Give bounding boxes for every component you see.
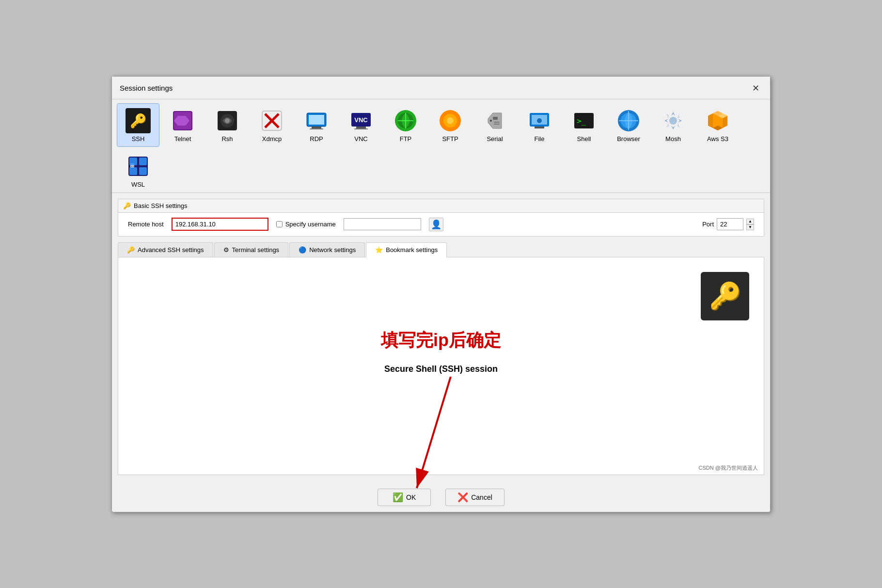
svg-rect-33 (535, 127, 544, 128)
wsl-tab-label: WSL (131, 181, 145, 188)
file-icon (527, 108, 552, 133)
svg-marker-44 (708, 113, 713, 128)
protocol-tab-rsh[interactable]: Rsh (206, 103, 249, 147)
svg-text:VNC: VNC (354, 116, 368, 124)
svg-rect-50 (139, 158, 147, 165)
svg-rect-17 (356, 127, 366, 128)
specify-username-checkbox[interactable] (276, 221, 283, 227)
user-icon-button[interactable]: 👤 (429, 218, 443, 231)
ok-icon: ✅ (393, 492, 403, 503)
sub-tabs-bar: 🔑 Advanced SSH settings ⚙ Terminal setti… (118, 242, 764, 257)
svg-text:>_: >_ (577, 116, 586, 126)
protocol-tab-vnc[interactable]: VNC VNC (340, 103, 382, 147)
session-description: Secure Shell (SSH) session (384, 364, 498, 374)
xdmcp-icon (259, 108, 284, 133)
mosh-icon (661, 108, 686, 133)
advanced-ssh-label: Advanced SSH settings (138, 246, 204, 254)
protocol-tab-ssh[interactable]: 🔑 SSH (117, 103, 159, 147)
mosh-tab-label: Mosh (665, 135, 681, 143)
remote-host-label: Remote host (128, 221, 164, 228)
tab-advanced-ssh[interactable]: 🔑 Advanced SSH settings (118, 242, 213, 257)
telnet-icon (170, 108, 195, 133)
ftp-tab-label: FTP (400, 135, 412, 143)
browser-tab-label: Browser (617, 135, 640, 143)
awss3-icon (705, 108, 730, 133)
port-up-button[interactable]: ▲ (746, 219, 754, 224)
svg-rect-52 (139, 167, 147, 175)
svg-rect-13 (309, 115, 324, 125)
sftp-icon (438, 108, 463, 133)
svg-rect-18 (354, 128, 368, 129)
port-label: Port (702, 221, 714, 228)
svg-rect-49 (129, 158, 137, 165)
terminal-icon: ⚙ (223, 246, 229, 254)
protocol-tabs-bar: 🔑 SSH Telnet Rsh Xdmcp (112, 99, 770, 193)
port-input[interactable] (717, 218, 743, 230)
bookmark-label: Bookmark settings (386, 246, 438, 254)
close-button[interactable]: ✕ (749, 81, 762, 95)
tab-network[interactable]: 🔵 Network settings (289, 242, 365, 257)
bookmark-icon: ⭐ (375, 246, 383, 254)
shell-tab-label: Shell (577, 135, 591, 143)
remote-host-input[interactable] (172, 218, 268, 231)
protocol-tab-shell[interactable]: >_ Shell (563, 103, 605, 147)
protocol-tab-serial[interactable]: Serial (473, 103, 516, 147)
basic-settings-section: 🔑 Basic SSH settings Remote host Specify… (118, 199, 764, 237)
content-area: 🔑 填写完ip后确定 Secure Shell (SSH) session CS… (118, 257, 764, 475)
wsl-icon: ⊞ (126, 154, 151, 179)
file-tab-label: File (535, 135, 545, 143)
network-label: Network settings (309, 246, 356, 254)
protocol-tab-browser[interactable]: Browser (607, 103, 650, 147)
ssh-tab-label: SSH (132, 135, 145, 143)
sftp-tab-label: SFTP (442, 135, 458, 143)
serial-tab-label: Serial (487, 135, 503, 143)
tab-terminal[interactable]: ⚙ Terminal settings (214, 242, 289, 257)
network-icon: 🔵 (299, 246, 306, 254)
serial-icon (482, 108, 507, 133)
port-down-button[interactable]: ▼ (746, 224, 754, 230)
awss3-tab-label: Aws S3 (707, 135, 728, 143)
port-group: Port ▲ ▼ (702, 218, 754, 230)
protocol-tab-mosh[interactable]: Mosh (652, 103, 694, 147)
watermark: CSDN @我乃世间逍遥人 (699, 464, 758, 472)
svg-rect-51 (129, 167, 137, 175)
rdp-tab-label: RDP (310, 135, 323, 143)
protocol-tab-file[interactable]: File (518, 103, 561, 147)
rsh-icon (215, 108, 240, 133)
protocol-tab-ftp[interactable]: FTP (384, 103, 427, 147)
protocol-tab-xdmcp[interactable]: Xdmcp (251, 103, 293, 147)
svg-point-40 (669, 117, 677, 125)
settings-icon: 🔑 (123, 202, 131, 209)
protocol-tab-sftp[interactable]: SFTP (429, 103, 472, 147)
svg-point-27 (490, 120, 492, 122)
telnet-tab-label: Telnet (174, 135, 191, 143)
ssh-icon: 🔑 (126, 108, 151, 133)
arrow-annotation (412, 377, 509, 503)
rdp-icon (304, 108, 329, 133)
svg-rect-11 (312, 127, 321, 128)
svg-rect-29 (494, 124, 500, 125)
vnc-icon: VNC (348, 108, 374, 133)
basic-settings-title: Basic SSH settings (134, 202, 188, 209)
ssh-key-icon: 🔑 (709, 281, 741, 311)
protocol-tab-telnet[interactable]: Telnet (161, 103, 204, 147)
session-settings-dialog: Session settings ✕ 🔑 SSH Telnet Rsh (111, 76, 771, 512)
tab-bookmark[interactable]: ⭐ Bookmark settings (366, 242, 447, 257)
shell-icon: >_ (571, 108, 597, 133)
annotation-text: 填写完ip后确定 (381, 329, 501, 352)
xdmcp-tab-label: Xdmcp (262, 135, 282, 143)
terminal-label: Terminal settings (232, 246, 280, 254)
protocol-tab-rdp[interactable]: RDP (295, 103, 338, 147)
username-input[interactable] (344, 218, 421, 230)
rsh-tab-label: Rsh (221, 135, 233, 143)
basic-settings-header: 🔑 Basic SSH settings (118, 199, 764, 213)
specify-username-label[interactable]: Specify username (276, 221, 336, 228)
svg-point-5 (225, 118, 230, 123)
protocol-tab-wsl[interactable]: ⊞ WSL (117, 149, 159, 192)
svg-line-54 (417, 377, 451, 488)
ssh-key-icon-box: 🔑 (701, 272, 749, 320)
protocol-tab-awss3[interactable]: Aws S3 (696, 103, 739, 147)
vnc-tab-label: VNC (354, 135, 367, 143)
browser-icon (616, 108, 641, 133)
svg-rect-28 (494, 122, 500, 123)
